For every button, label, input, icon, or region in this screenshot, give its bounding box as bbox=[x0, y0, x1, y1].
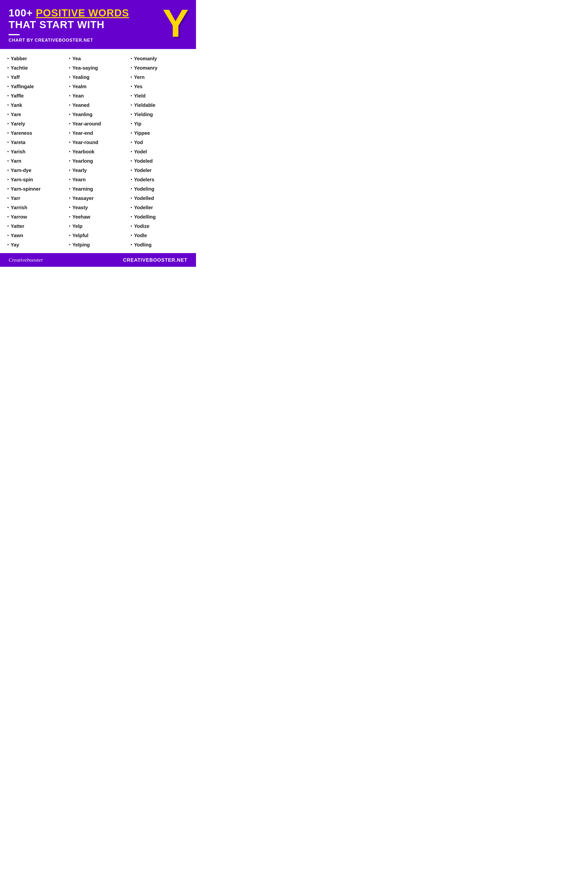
header-section: 100+ POSITIVE WORDS THAT START WITH CHAR… bbox=[0, 0, 196, 49]
word-text: Yodeling bbox=[134, 186, 154, 192]
list-item: •Yean bbox=[69, 91, 126, 100]
list-item: •Yearlong bbox=[69, 156, 126, 166]
bullet-icon: • bbox=[69, 84, 70, 89]
word-text: Yarn-spin bbox=[11, 176, 33, 183]
list-item: •Yearning bbox=[69, 184, 126, 194]
list-item: •Yodelers bbox=[130, 175, 188, 184]
word-text: Yip bbox=[134, 120, 141, 127]
bullet-icon: • bbox=[130, 140, 132, 145]
list-item: •Yeaned bbox=[69, 100, 126, 110]
bullet-icon: • bbox=[130, 196, 132, 201]
footer-url: CREATIVEBOOSTER.NET bbox=[123, 257, 188, 263]
list-item: •Year-round bbox=[69, 138, 126, 147]
bullet-icon: • bbox=[69, 214, 70, 219]
word-text: Yielding bbox=[134, 111, 153, 118]
bullet-icon: • bbox=[130, 65, 132, 70]
word-text: Yodeled bbox=[134, 158, 153, 164]
bullet-icon: • bbox=[130, 224, 132, 229]
list-item: •Yodeled bbox=[130, 156, 188, 166]
word-text: Yareta bbox=[11, 139, 26, 146]
list-item: •Yodle bbox=[130, 231, 188, 240]
bullet-icon: • bbox=[8, 196, 9, 201]
bullet-icon: • bbox=[130, 75, 132, 80]
bullet-icon: • bbox=[8, 159, 9, 164]
word-column-2: •Yea•Yea-saying•Yealing•Yealm•Yean•Yeane… bbox=[67, 54, 128, 249]
list-item: •Yarrish bbox=[8, 203, 64, 212]
word-text: Yabber bbox=[11, 56, 27, 62]
bullet-icon: • bbox=[8, 112, 9, 117]
bullet-icon: • bbox=[8, 177, 9, 182]
list-item: •Yeasayer bbox=[69, 194, 126, 203]
bullet-icon: • bbox=[69, 168, 70, 173]
bullet-icon: • bbox=[8, 233, 9, 238]
bullet-icon: • bbox=[69, 242, 70, 248]
bullet-icon: • bbox=[69, 93, 70, 99]
bullet-icon: • bbox=[8, 168, 9, 173]
list-item: •Yodling bbox=[130, 240, 188, 249]
list-item: •Yearn bbox=[69, 175, 126, 184]
word-text: Yearning bbox=[72, 186, 93, 192]
word-text: Yarely bbox=[11, 120, 25, 127]
list-item: •Yealing bbox=[69, 72, 126, 82]
list-item: •Yeasty bbox=[69, 203, 126, 212]
list-item: •Yodelling bbox=[130, 212, 188, 222]
list-item: •Yarish bbox=[8, 147, 64, 156]
list-item: •Yaffle bbox=[8, 91, 64, 100]
word-text: Yeasty bbox=[72, 204, 88, 211]
list-item: •Year-end bbox=[69, 128, 126, 138]
bullet-icon: • bbox=[69, 75, 70, 80]
word-text: Yelping bbox=[72, 242, 90, 248]
bullet-icon: • bbox=[8, 214, 9, 219]
list-item: •Yeanling bbox=[69, 110, 126, 119]
list-item: •Yatter bbox=[8, 222, 64, 231]
bullet-icon: • bbox=[69, 149, 70, 154]
word-text: Yeomanly bbox=[134, 56, 157, 62]
list-item: •Yabber bbox=[8, 54, 64, 63]
word-text: Yareness bbox=[11, 130, 32, 136]
bullet-icon: • bbox=[130, 242, 132, 248]
bullet-icon: • bbox=[69, 130, 70, 136]
bullet-icon: • bbox=[130, 177, 132, 182]
bullet-icon: • bbox=[69, 177, 70, 182]
word-text: Yodeller bbox=[134, 204, 153, 211]
bullet-icon: • bbox=[8, 205, 9, 210]
bullet-icon: • bbox=[8, 242, 9, 248]
word-text: Yarrow bbox=[11, 214, 27, 220]
bullet-icon: • bbox=[69, 65, 70, 70]
bullet-icon: • bbox=[8, 121, 9, 126]
bullet-icon: • bbox=[8, 93, 9, 99]
list-item: •Yeehaw bbox=[69, 212, 126, 222]
word-text: Yaff bbox=[11, 74, 20, 80]
word-text: Yearn bbox=[72, 176, 86, 183]
word-text: Yaffingale bbox=[11, 83, 34, 90]
word-text: Yarrish bbox=[11, 204, 27, 211]
bullet-icon: • bbox=[69, 121, 70, 126]
list-item: •Yes bbox=[130, 82, 188, 91]
word-text: Yaffle bbox=[11, 93, 24, 99]
header-highlight: POSITIVE WORDS bbox=[36, 7, 129, 19]
bullet-icon: • bbox=[130, 233, 132, 238]
list-item: •Yea bbox=[69, 54, 126, 63]
word-text: Yes bbox=[134, 83, 142, 90]
list-item: •Yodeling bbox=[130, 184, 188, 194]
big-letter-y: Y bbox=[162, 4, 189, 43]
word-text: Yean bbox=[72, 93, 84, 99]
footer-logo: Creativebooster bbox=[9, 257, 43, 263]
word-text: Yearbook bbox=[72, 148, 94, 155]
list-item: •Yelpful bbox=[69, 231, 126, 240]
list-item: •Yealm bbox=[69, 82, 126, 91]
list-item: •Yippee bbox=[130, 128, 188, 138]
word-text: Yank bbox=[11, 102, 22, 108]
word-column-3: •Yeomanly•Yeomanry•Yern•Yes•Yield•Yielda… bbox=[128, 54, 190, 249]
word-text: Yawn bbox=[11, 232, 23, 238]
bullet-icon: • bbox=[8, 103, 9, 108]
word-text: Yield bbox=[134, 93, 146, 99]
list-item: •Yip bbox=[130, 119, 188, 128]
word-text: Yodelled bbox=[134, 195, 154, 201]
list-item: •Yodelled bbox=[130, 194, 188, 203]
bullet-icon: • bbox=[130, 121, 132, 126]
word-text: Yern bbox=[134, 74, 144, 80]
word-text: Yeomanry bbox=[134, 64, 158, 71]
list-item: •Yelp bbox=[69, 222, 126, 231]
list-item: •Yearly bbox=[69, 166, 126, 175]
